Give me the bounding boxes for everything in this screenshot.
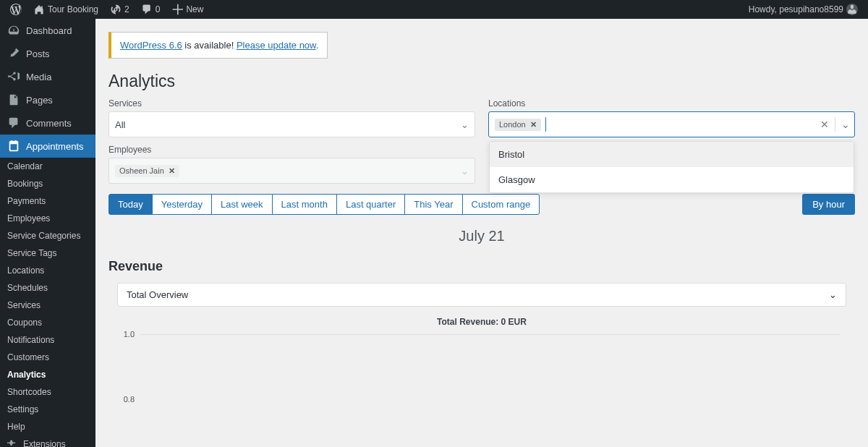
range-last-month[interactable]: Last month	[272, 194, 337, 215]
sidebar-sub-bookings[interactable]: Bookings	[0, 175, 95, 192]
sidebar-sub-service-categories[interactable]: Service Categories	[0, 227, 95, 244]
sidebar-sub-settings[interactable]: Settings	[0, 401, 95, 418]
sidebar-sub-locations[interactable]: Locations	[0, 262, 95, 279]
sidebar-sub-coupons[interactable]: Coupons	[0, 314, 95, 331]
range-yesterday[interactable]: Yesterday	[152, 194, 212, 215]
chevron-down-icon: ⌄	[829, 289, 837, 300]
admin-sidebar: Dashboard Posts Media Pages Comments App…	[0, 19, 95, 447]
services-select[interactable]: All ⌄	[109, 111, 475, 137]
sidebar-sub-notifications[interactable]: Notifications	[0, 331, 95, 349]
sidebar-item-dashboard[interactable]: Dashboard	[0, 19, 95, 42]
sidebar-sub-service-tags[interactable]: Service Tags	[0, 244, 95, 262]
locations-select[interactable]: London ✕ ✕ ⌄ Bristol Glasgow	[488, 111, 855, 137]
sidebar-sub-schedules[interactable]: Schedules	[0, 279, 95, 297]
sidebar-sub-analytics[interactable]: Analytics	[0, 366, 95, 383]
revenue-heading: Revenue	[109, 259, 855, 274]
employees-select: Osheen Jain ✕ ⌄	[109, 158, 475, 184]
location-chip: London ✕	[495, 119, 541, 131]
y-tick: 1.0	[109, 330, 135, 339]
updates-count: 2	[124, 4, 129, 14]
range-last-quarter[interactable]: Last quarter	[336, 194, 405, 215]
comments-count: 0	[156, 4, 161, 14]
sidebar-sub-shortcodes[interactable]: Shortcodes	[0, 383, 95, 401]
remove-chip-icon: ✕	[167, 166, 176, 176]
range-today[interactable]: Today	[109, 194, 153, 215]
employees-label: Employees	[109, 145, 475, 155]
sidebar-item-media[interactable]: Media	[0, 65, 95, 88]
y-tick: 0.8	[109, 395, 135, 404]
location-option[interactable]: Bristol	[490, 142, 854, 167]
sidebar-sub-services[interactable]: Services	[0, 297, 95, 314]
new-content-link[interactable]: New	[167, 0, 208, 19]
wp-version-link[interactable]: WordPress 6.6	[120, 40, 182, 51]
sidebar-sub-employees[interactable]: Employees	[0, 210, 95, 227]
locations-dropdown: Bristol Glasgow	[489, 141, 854, 193]
text-cursor	[545, 117, 546, 132]
site-name-link[interactable]: Tour Booking	[29, 0, 103, 19]
new-label: New	[186, 4, 203, 14]
comments-link[interactable]: 0	[137, 0, 165, 19]
page-title: Analytics	[109, 72, 855, 91]
sidebar-sub-calendar[interactable]: Calendar	[0, 158, 95, 175]
main-content: WordPress 6.6 is available! Please updat…	[95, 19, 868, 447]
range-custom[interactable]: Custom range	[462, 194, 540, 215]
avatar-icon	[846, 4, 858, 15]
by-hour-button[interactable]: By hour	[802, 194, 855, 215]
sidebar-item-posts[interactable]: Posts	[0, 42, 95, 65]
sidebar-sub-help[interactable]: Help	[0, 418, 95, 435]
admin-toolbar: Tour Booking 2 0 New Howdy, pesupihano85…	[0, 0, 868, 19]
sidebar-sub-customers[interactable]: Customers	[0, 349, 95, 366]
sidebar-sub-payments[interactable]: Payments	[0, 192, 95, 210]
updates-link[interactable]: 2	[106, 0, 134, 19]
date-heading: July 21	[109, 228, 855, 244]
chevron-down-icon: ⌄	[461, 119, 469, 130]
location-option[interactable]: Glasgow	[490, 167, 854, 192]
services-label: Services	[109, 98, 475, 108]
update-notice: WordPress 6.6 is available! Please updat…	[109, 32, 328, 59]
clear-all-icon[interactable]: ✕	[820, 119, 829, 130]
remove-chip-icon[interactable]: ✕	[529, 120, 538, 129]
sidebar-item-comments[interactable]: Comments	[0, 111, 95, 135]
sidebar-item-pages[interactable]: Pages	[0, 88, 95, 111]
date-range-group: Today Yesterday Last week Last month Las…	[109, 194, 540, 215]
revenue-chart: 1.0 0.8 0.6	[109, 334, 855, 447]
site-name: Tour Booking	[48, 4, 98, 14]
wp-logo[interactable]	[6, 0, 26, 19]
locations-label: Locations	[488, 98, 855, 108]
chevron-down-icon: ⌄	[461, 166, 469, 176]
sidebar-item-extensions[interactable]: Extensions	[0, 435, 95, 447]
employee-chip: Osheen Jain ✕	[115, 165, 179, 177]
howdy-text: Howdy, pesupihano8599	[749, 4, 843, 14]
update-now-link[interactable]: Please update now	[237, 40, 316, 51]
account-link[interactable]: Howdy, pesupihano8599	[744, 0, 862, 19]
chevron-down-icon[interactable]: ⌄	[841, 119, 850, 130]
chart-title: Total Revenue: 0 EUR	[109, 317, 855, 327]
range-this-year[interactable]: This Year	[404, 194, 462, 215]
range-last-week[interactable]: Last week	[211, 194, 273, 215]
sidebar-item-appointments[interactable]: Appointments	[0, 135, 95, 158]
overview-select[interactable]: Total Overview ⌄	[117, 283, 846, 307]
